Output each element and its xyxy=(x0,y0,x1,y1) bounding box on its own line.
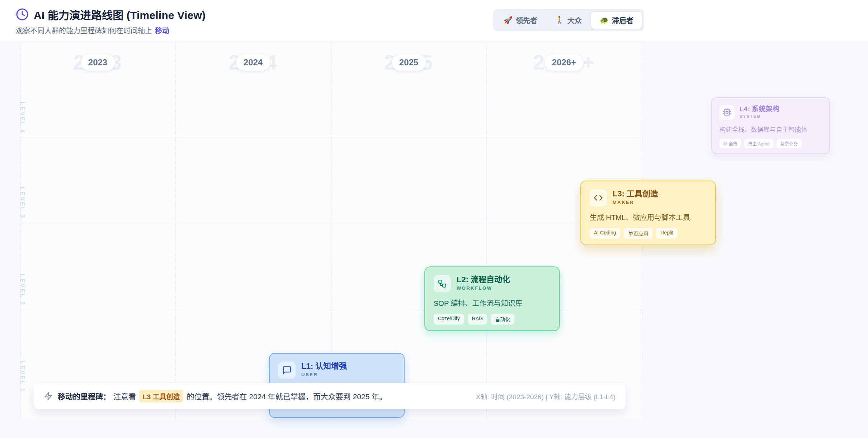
tab-laggards[interactable]: 🐢 滞后者 xyxy=(591,12,642,29)
year-pill: 2023 xyxy=(81,54,115,71)
card-title: L1: 认知增强 xyxy=(301,362,347,371)
cpu-icon xyxy=(720,105,735,120)
audience-segmented-control: 🚀 领先者 🚶 大众 🐢 滞后者 xyxy=(493,9,644,31)
grid-vline xyxy=(486,42,487,419)
insight-after-badge: 的位置。领先者在 2024 年就已掌握，而大众要到 2025 年。 xyxy=(187,391,387,401)
card-title: L2: 流程自动化 xyxy=(457,275,510,284)
tag-pill: 自动化 xyxy=(491,314,514,325)
grid-vline xyxy=(175,42,176,419)
message-square-icon xyxy=(278,362,296,379)
card-tags: Coze/Dify RAG 自动化 xyxy=(434,314,551,325)
tag-pill: AI 全栈 xyxy=(720,139,741,148)
grid-column-2023 xyxy=(20,42,175,419)
tab-leaders[interactable]: 🚀 领先者 xyxy=(495,12,546,29)
level-label-4: LEVEL 4 xyxy=(19,102,26,134)
year-header-2026: 2026+ 2026+ xyxy=(486,47,642,78)
milestone-card-l2[interactable]: L2: 流程自动化 WORKFLOW SOP 编排、工作流与知识库 Coze/D… xyxy=(424,266,560,331)
year-header-2024: 2024 2024 xyxy=(175,47,331,78)
page-header: AI 能力演进路线图 (Timeline View) 观察不同人群的能力里程碑如… xyxy=(0,0,868,41)
turtle-icon: 🐢 xyxy=(600,16,609,24)
level-label-3: LEVEL 3 xyxy=(19,187,26,219)
card-role: SYSTEM xyxy=(740,114,779,119)
zap-icon xyxy=(44,392,53,401)
insight-text: 移动的里程碑： 注意看 L3 工具创造 的位置。领先者在 2024 年就已掌握，… xyxy=(44,390,387,402)
card-description: SOP 编排、工作流与知识库 xyxy=(434,298,551,308)
card-head: L2: 流程自动化 WORKFLOW xyxy=(434,275,551,292)
level-label-2: LEVEL 2 xyxy=(19,274,26,306)
year-header-2023: 2023 2023 xyxy=(20,47,175,78)
subtitle-text: 观察不同人群的能力里程碑如何在时间轴上 xyxy=(16,27,152,35)
axis-note: X轴: 时间 (2023-2026) | Y轴: 能力层级 (L1-L4) xyxy=(476,391,615,401)
tab-mainstream[interactable]: 🚶 大众 xyxy=(547,12,590,29)
milestone-card-l4[interactable]: L4: 系统架构 SYSTEM 构建全栈、数据库与自主智能体 AI 全栈 自主 … xyxy=(711,97,830,154)
code-icon xyxy=(590,189,607,206)
page-title: AI 能力演进路线图 (Timeline View) xyxy=(34,6,206,22)
card-description: 构建全栈、数据库与自主智能体 xyxy=(720,125,822,134)
insight-badge: L3 工具创造 xyxy=(139,390,183,402)
year-pill: 2024 xyxy=(236,54,270,71)
card-head: L4: 系统架构 SYSTEM xyxy=(720,105,822,120)
tab-label: 大众 xyxy=(567,15,582,25)
tag-pill: 自主 Agent xyxy=(744,139,773,148)
year-pill: 2026+ xyxy=(544,54,584,71)
insight-lead: 移动的里程碑： xyxy=(58,391,110,401)
grid-hline xyxy=(20,224,642,224)
tag-pill: Replit xyxy=(656,228,678,239)
workflow-icon xyxy=(434,275,451,292)
subtitle-highlight: 移动 xyxy=(155,27,169,35)
tag-pill: RAG xyxy=(468,314,487,325)
timeline-page: 2023 2023 2024 2024 2025 2025 2026+ 2026… xyxy=(0,0,868,438)
year-pill: 2025 xyxy=(392,54,426,71)
milestone-card-l3[interactable]: L3: 工具创造 MAKER 生成 HTML、微应用与脚本工具 AI Codin… xyxy=(580,181,716,245)
tab-label: 领先者 xyxy=(516,15,537,25)
tag-pill: Coze/Dify xyxy=(434,314,464,325)
card-tags: AI Coding 单页应用 Replit xyxy=(590,228,707,239)
card-head: L1: 认知增强 USER xyxy=(278,362,395,379)
tag-pill: 单页应用 xyxy=(624,228,652,239)
year-header-2025: 2025 2025 xyxy=(331,47,486,78)
page-subtitle: 观察不同人群的能力里程碑如何在时间轴上移动 xyxy=(16,25,169,36)
card-tags: AI 全栈 自主 Agent 复杂业务 xyxy=(720,139,822,148)
card-title: L4: 系统架构 xyxy=(740,105,779,113)
card-role: WORKFLOW xyxy=(457,285,510,291)
card-description: 生成 HTML、微应用与脚本工具 xyxy=(590,212,707,222)
clock-icon xyxy=(16,8,29,21)
level-label-1: LEVEL 1 xyxy=(19,360,26,393)
tag-pill: AI Coding xyxy=(590,228,620,239)
rocket-icon: 🚀 xyxy=(504,16,513,24)
walking-person-icon: 🚶 xyxy=(555,16,564,24)
grid-hline xyxy=(20,137,642,138)
card-role: USER xyxy=(301,372,347,377)
card-head: L3: 工具创造 MAKER xyxy=(590,189,707,206)
tab-label: 滞后者 xyxy=(612,15,633,25)
insight-before-badge: 注意看 xyxy=(113,391,136,401)
card-role: MAKER xyxy=(613,200,658,205)
card-title: L3: 工具创造 xyxy=(613,189,658,198)
insight-bar: 移动的里程碑： 注意看 L3 工具创造 的位置。领先者在 2024 年就已掌握，… xyxy=(33,383,626,409)
tag-pill: 复杂业务 xyxy=(777,139,802,148)
